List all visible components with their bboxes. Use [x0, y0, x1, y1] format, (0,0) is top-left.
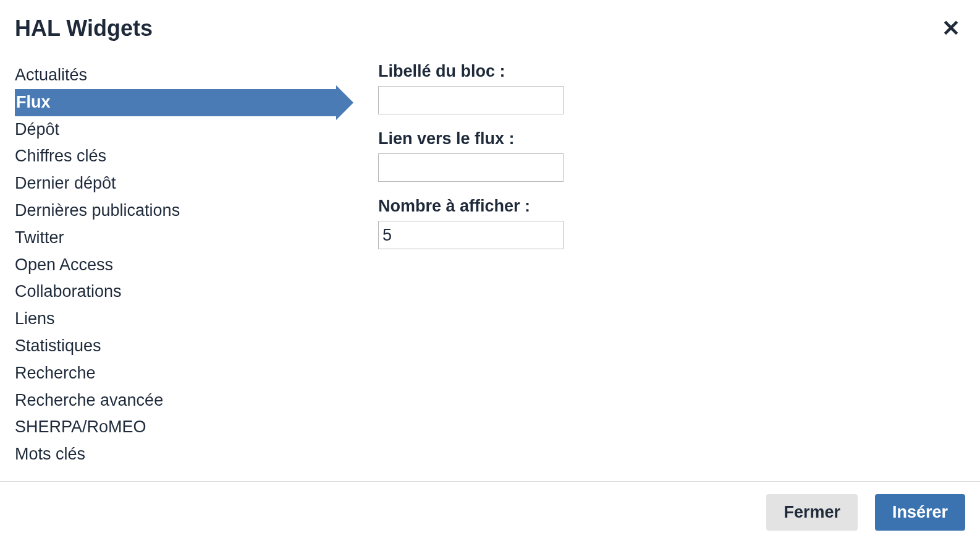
insert-button[interactable]: Insérer — [875, 494, 965, 531]
sidebar-item-dernier-depot[interactable]: Dernier dépôt — [15, 170, 361, 197]
form-group-block-label: Libellé du bloc : — [378, 62, 965, 114]
dialog-footer: Fermer Insérer — [0, 481, 980, 543]
sidebar-item-sherpa-romeo[interactable]: SHERPA/RoMEO — [15, 414, 361, 441]
sidebar-item-statistiques[interactable]: Statistiques — [15, 333, 361, 360]
feed-link-label: Lien vers le flux : — [378, 129, 965, 148]
sidebar-item-collaborations[interactable]: Collaborations — [15, 278, 361, 306]
widget-config-form: Libellé du bloc : Lien vers le flux : No… — [361, 62, 965, 469]
sidebar-item-chiffres-cles[interactable]: Chiffres clés — [15, 143, 361, 170]
close-icon[interactable]: ✕ — [937, 15, 965, 42]
feed-link-input[interactable] — [378, 153, 564, 182]
sidebar-item-open-access[interactable]: Open Access — [15, 252, 361, 279]
sidebar-item-recherche[interactable]: Recherche — [15, 360, 361, 387]
sidebar-item-actualites[interactable]: Actualités — [15, 62, 361, 89]
sidebar-item-recherche-avancee[interactable]: Recherche avancée — [15, 387, 361, 414]
dialog-header: HAL Widgets ✕ — [0, 0, 980, 49]
display-count-input[interactable] — [378, 221, 564, 249]
block-label-label: Libellé du bloc : — [378, 62, 965, 81]
close-button[interactable]: Fermer — [766, 494, 858, 531]
sidebar-item-mots-cles[interactable]: Mots clés — [15, 441, 361, 468]
dialog-content: Actualités Flux Dépôt Chiffres clés Dern… — [0, 49, 980, 481]
sidebar-item-twitter[interactable]: Twitter — [15, 224, 361, 252]
display-count-label: Nombre à afficher : — [378, 197, 965, 216]
hal-widgets-dialog: HAL Widgets ✕ Actualités Flux Dépôt Chif… — [0, 0, 980, 543]
sidebar-item-depot[interactable]: Dépôt — [15, 116, 361, 143]
block-label-input[interactable] — [378, 86, 564, 114]
dialog-title: HAL Widgets — [15, 15, 153, 41]
form-group-display-count: Nombre à afficher : — [378, 197, 965, 249]
sidebar-item-liens[interactable]: Liens — [15, 306, 361, 333]
sidebar-item-dernieres-publications[interactable]: Dernières publications — [15, 197, 361, 224]
form-group-feed-link: Lien vers le flux : — [378, 129, 965, 182]
widget-type-list: Actualités Flux Dépôt Chiffres clés Dern… — [15, 62, 361, 469]
sidebar-item-flux[interactable]: Flux — [15, 89, 336, 116]
